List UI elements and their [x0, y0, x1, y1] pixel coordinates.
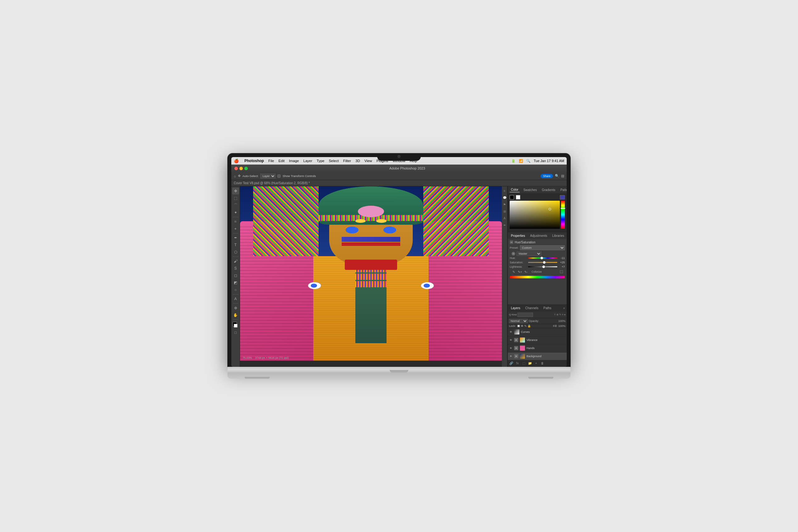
- eraser-tool[interactable]: ◻: [232, 272, 239, 279]
- home-icon[interactable]: ⌂: [234, 174, 236, 178]
- color-selector[interactable]: [232, 322, 239, 329]
- preset-select[interactable]: Custom: [520, 245, 565, 250]
- canvas-tab[interactable]: Cover Test V8.psd @ 68% (Hue/Saturation …: [231, 180, 567, 186]
- menu-edit[interactable]: Edit: [278, 159, 285, 163]
- panel-options-icon[interactable]: ≡: [502, 188, 507, 193]
- remove-icon[interactable]: ✎-: [524, 270, 528, 274]
- tab-channels[interactable]: Channels: [524, 306, 539, 310]
- add-icon[interactable]: ✎+: [518, 270, 522, 274]
- canvas-area[interactable]: 75.03% 3744 px × 5616 px (72 ppi): [240, 186, 502, 361]
- move-tool-icon[interactable]: ✥: [238, 174, 241, 178]
- hue-handle[interactable]: [540, 257, 543, 259]
- layer-item-hands[interactable]: 👁 ▶ Hands: [508, 344, 567, 353]
- side-eye-left: [308, 282, 321, 289]
- layer-effects-icon[interactable]: fx: [515, 361, 520, 365]
- quick-mask-tool[interactable]: □: [232, 329, 239, 336]
- tab-color[interactable]: Color: [510, 187, 520, 192]
- visibility-icon-hands[interactable]: 👁: [509, 346, 513, 350]
- maximize-button[interactable]: [244, 167, 248, 170]
- lasso-tool[interactable]: ⌒: [232, 202, 239, 209]
- dodge-tool[interactable]: ○: [232, 286, 239, 293]
- hand-tool[interactable]: ✋: [232, 312, 239, 319]
- fill-label: Fill:: [553, 324, 557, 327]
- hue-slider[interactable]: [528, 256, 557, 260]
- foreground-swatch[interactable]: [510, 195, 514, 200]
- search-icon[interactable]: 🔍: [526, 159, 531, 163]
- eyedropper-icon[interactable]: ✎: [512, 270, 516, 274]
- layer-item-vibrance[interactable]: 👁 ▶ Vibrance: [508, 336, 567, 344]
- app-name[interactable]: Photoshop: [244, 159, 264, 163]
- menu-3d[interactable]: 3D: [355, 159, 360, 163]
- menu-filter[interactable]: Filter: [343, 159, 351, 163]
- new-layer-icon[interactable]: +: [534, 361, 538, 365]
- new-group-icon[interactable]: 📁: [528, 361, 532, 365]
- tab-swatches[interactable]: Swatches: [522, 188, 538, 192]
- wand-tool[interactable]: ✦: [232, 209, 239, 216]
- crop-tool[interactable]: ⌗: [232, 218, 239, 225]
- search-icon-toolbar[interactable]: 🔍: [555, 174, 559, 178]
- layer-item-curves[interactable]: 👁 Curves: [508, 328, 567, 336]
- visibility-icon-background[interactable]: 👁: [509, 354, 513, 358]
- channel-select[interactable]: Master: [516, 251, 542, 256]
- pen-icon[interactable]: ✒: [502, 223, 507, 228]
- layer-search-input[interactable]: [517, 312, 533, 317]
- saturation-slider[interactable]: [528, 261, 557, 264]
- layers-menu[interactable]: ≡: [563, 307, 565, 310]
- text-tool[interactable]: A: [232, 296, 239, 302]
- lightness-slider[interactable]: [528, 265, 557, 268]
- tab-adjustments[interactable]: Adjustments: [529, 233, 549, 238]
- minimize-button[interactable]: [240, 167, 243, 170]
- share-button[interactable]: Share: [540, 174, 553, 178]
- link-layers-icon[interactable]: 🔗: [509, 361, 513, 365]
- path-tool[interactable]: ⬡: [232, 249, 239, 255]
- stamp-tool[interactable]: S: [232, 265, 239, 272]
- transform-checkbox[interactable]: [278, 174, 281, 178]
- measure-tool[interactable]: ⌖: [232, 225, 239, 232]
- flag-icon[interactable]: ⚑: [502, 202, 507, 207]
- selection-tool[interactable]: ⬚: [232, 195, 239, 202]
- layer-item-background[interactable]: 👁 ▶ Background: [508, 353, 567, 360]
- color-spectrum-container[interactable]: [510, 201, 565, 229]
- background-swatch[interactable]: [516, 195, 520, 200]
- color-panel-header: Color Swatches Gradients Patterns ≡: [508, 186, 567, 193]
- tab-layers[interactable]: Layers: [510, 306, 521, 310]
- apple-menu[interactable]: 🍎: [234, 159, 239, 163]
- adjustments-icon[interactable]: ⊞: [502, 209, 507, 214]
- comments-icon[interactable]: 💬: [502, 195, 507, 200]
- menu-image[interactable]: Image: [289, 159, 299, 163]
- menu-view[interactable]: View: [364, 159, 372, 163]
- visibility-icon-vibrance[interactable]: 👁: [509, 338, 513, 342]
- layer-mask-icon[interactable]: ⬚: [521, 361, 526, 365]
- tab-properties[interactable]: Properties: [510, 233, 527, 238]
- tab-paths[interactable]: Paths: [542, 306, 553, 310]
- blend-mode-select[interactable]: Normal: [509, 319, 528, 323]
- saturation-handle[interactable]: [543, 261, 546, 264]
- menu-layer[interactable]: Layer: [303, 159, 312, 163]
- lightness-handle[interactable]: [543, 266, 545, 268]
- menu-select[interactable]: Select: [329, 159, 339, 163]
- hue-handle[interactable]: [561, 208, 565, 209]
- visibility-icon-curves[interactable]: 👁: [509, 330, 513, 334]
- color-picker[interactable]: [508, 193, 567, 232]
- colorize-checkbox[interactable]: [560, 270, 563, 273]
- text-icon[interactable]: A: [502, 216, 507, 221]
- tab-patterns[interactable]: Patterns: [559, 188, 567, 192]
- gradient-tool[interactable]: ◩: [232, 279, 239, 286]
- tab-libraries[interactable]: Libraries: [551, 233, 566, 238]
- delete-layer-icon[interactable]: 🗑: [540, 361, 545, 365]
- tab-gradients[interactable]: Gradients: [540, 188, 556, 192]
- move-tool[interactable]: ✥: [232, 188, 239, 194]
- paint-tool[interactable]: 🖌: [232, 258, 239, 265]
- menu-type[interactable]: Type: [317, 159, 324, 163]
- zoom-tool[interactable]: ⊕: [232, 304, 239, 311]
- type-tool[interactable]: T: [232, 242, 239, 248]
- pen-tool[interactable]: ✒: [232, 234, 239, 241]
- panel-icon[interactable]: ▤: [561, 174, 564, 178]
- close-button[interactable]: [234, 167, 238, 170]
- spectrum-handle[interactable]: [549, 208, 551, 210]
- background-color[interactable]: [234, 324, 238, 327]
- auto-select-dropdown[interactable]: Layer: [260, 174, 276, 178]
- menu-file[interactable]: File: [268, 159, 274, 163]
- channel-icon[interactable]: ⊕: [512, 252, 515, 255]
- hue-strip[interactable]: [561, 201, 565, 229]
